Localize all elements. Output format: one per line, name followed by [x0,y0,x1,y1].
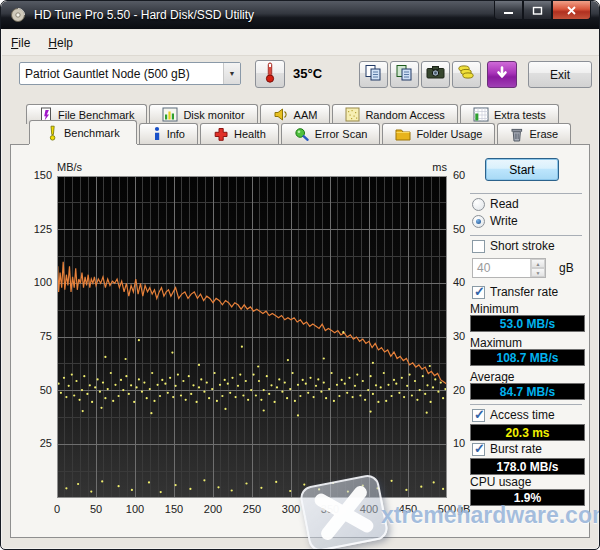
separator [470,193,582,194]
read-radio[interactable] [472,198,485,211]
read-option[interactable]: Read [472,197,519,211]
minimum-label: Minimum [470,302,519,316]
tab-label: File Benchmark [58,109,134,121]
update-button[interactable] [487,61,517,88]
tab-health[interactable]: Health [200,123,279,144]
start-button[interactable]: Start [485,158,559,181]
tab-row-bottom: BenchmarkInfoHealthError ScanFolder Usag… [29,123,573,144]
x-axis-tick: 150 [165,503,183,515]
transfer-rate-label: Transfer rate [490,285,558,299]
write-option[interactable]: Write [472,214,518,228]
right-axis-tick: 40 [453,276,465,288]
spinner-down-icon[interactable]: ▼ [531,268,545,277]
transfer-rate-option[interactable]: Transfer rate [472,285,558,299]
access-time-option[interactable]: Access time [472,408,555,422]
start-button-label: Start [509,163,534,177]
tab-label: Health [234,128,266,140]
donate-coins-button[interactable] [452,61,481,88]
chevron-down-icon: ▼ [223,63,240,84]
short-stroke-size-spinner[interactable]: 40 ▲▼ [472,258,546,278]
cpu-usage-label: CPU usage [470,475,531,489]
screenshot-camera-button[interactable] [421,61,450,88]
x-axis-tick: 300 [282,503,300,515]
write-radio[interactable] [472,215,485,228]
tab-disk-monitor[interactable]: Disk monitor [149,104,257,124]
average-value-box: 84.7 MB/s [470,383,585,400]
access-time-checkbox[interactable] [472,409,485,422]
x-axis-tick: 350 [321,503,339,515]
menu-item-file[interactable]: File [2,32,39,54]
x-axis-tick: 0 [54,503,60,515]
right-axis-tick: 20 [453,384,465,396]
short-stroke-option[interactable]: Short stroke [472,239,555,253]
access-time-label: Access time [490,408,555,422]
temperature-value: 35°C [293,66,322,81]
tab-folder-usage[interactable]: Folder Usage [382,123,495,144]
plot-area [57,176,448,499]
tab-extra-tests[interactable]: Extra tests [460,104,559,124]
short-stroke-label: Short stroke [490,239,555,253]
right-axis-tick: 10 [453,437,465,449]
short-stroke-value: 40 [473,259,530,277]
tab-label: Benchmark [64,127,120,139]
short-stroke-unit-label: gB [559,261,574,275]
tab-label: Extra tests [494,109,546,121]
thermometer-icon [264,61,276,88]
erase-icon [510,127,524,142]
burst-rate-value-box: 178.0 MB/s [470,458,585,475]
minimum-value-box: 53.0 MB/s [470,315,585,332]
short-stroke-checkbox[interactable] [472,240,485,253]
tab-label: Folder Usage [416,128,482,140]
title-bar[interactable]: HD Tune Pro 5.50 - Hard Disk/SSD Utility [1,1,599,29]
tab-benchmark[interactable]: Benchmark [29,120,137,144]
left-axis-unit-label: MB/s [57,161,82,173]
copy-text-button[interactable] [359,61,388,88]
app-icon [10,7,26,23]
tab-error-scan[interactable]: Error Scan [281,123,381,144]
write-label: Write [490,214,518,228]
exit-button[interactable]: Exit [528,61,592,88]
left-axis-tick: 125 [24,223,52,235]
transfer-rate-checkbox[interactable] [472,286,485,299]
access-time-value-box: 20.3 ms [470,424,585,441]
copy-image-button[interactable] [390,61,419,88]
tab-label: Error Scan [315,128,368,140]
right-axis-tick: 60 [453,169,465,181]
left-axis-tick: 25 [24,437,52,449]
hd-tune-window: HD Tune Pro 5.50 - Hard Disk/SSD Utility… [0,0,600,550]
menu-item-help[interactable]: Help [39,32,82,54]
folder-icon [395,127,411,141]
maximize-button[interactable] [523,1,552,20]
tab-random-access[interactable]: Random Access [332,104,457,124]
separator [470,235,582,236]
tab-erase[interactable]: Erase [497,123,571,144]
cpu-usage-value-box: 1.9% [470,489,585,506]
benchmark-tab-page: 1501251007550256050403020100501001502002… [10,144,590,538]
random-access-icon [345,107,360,122]
temperature-button[interactable] [255,60,285,88]
copy-image-icon [395,64,414,86]
screenshot-camera-icon [426,64,445,85]
drive-select-dropdown[interactable]: Patriot Gauntlet Node (500 gB) ▼ [19,62,241,85]
burst-rate-option[interactable]: Burst rate [472,442,542,456]
x-axis-tick: 400 [360,503,378,515]
spinner-up-icon[interactable]: ▲ [531,259,545,268]
left-axis-tick: 75 [24,330,52,342]
minimize-button[interactable] [494,1,523,20]
close-button[interactable] [552,1,591,20]
left-axis-tick: 100 [24,276,52,288]
right-axis-tick: 50 [453,223,465,235]
right-axis-unit-label: ms [411,161,447,173]
tab-aam[interactable]: AAM [260,104,331,124]
tab-info[interactable]: Info [139,123,198,144]
disk-monitor-icon [162,107,178,122]
window-title: HD Tune Pro 5.50 - Hard Disk/SSD Utility [34,8,254,22]
x-axis-tick: 250 [243,503,261,515]
speaker-icon [273,107,289,122]
burst-rate-checkbox[interactable] [472,443,485,456]
tab-label: Disk monitor [183,109,244,121]
tab-label: AAM [294,109,318,121]
x-axis-unit-label: gB [457,503,470,515]
download-arrow-icon [494,65,510,85]
read-label: Read [490,197,519,211]
